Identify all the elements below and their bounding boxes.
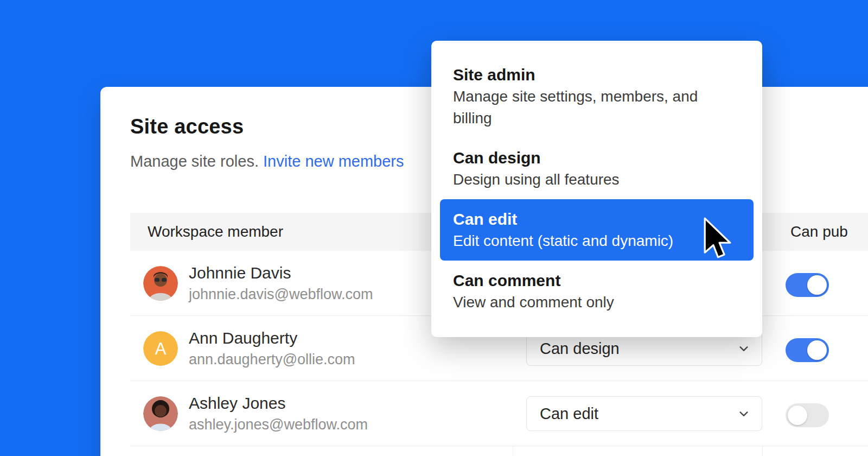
member-name: Ann Daugherty (189, 327, 355, 349)
role-dropdown[interactable]: Can edit (526, 396, 762, 431)
can-publish-toggle[interactable] (786, 273, 829, 297)
menu-item-description: View and comment only (453, 292, 741, 313)
menu-item-description: Edit content (static and dynamic) (453, 230, 741, 252)
avatar (143, 266, 178, 301)
column-header-workspace-member: Workspace member (148, 223, 283, 240)
member-name: Ashley Jones (189, 392, 368, 414)
avatar: A (143, 331, 178, 366)
site-access-page: { "theme": { "background_blue": "#146ef5… (0, 0, 868, 456)
member-email: johnnie.davis@webflow.com (189, 284, 373, 305)
role-dropdown-menu: Site admin Manage site settings, members… (431, 41, 762, 337)
toggle-knob (788, 406, 807, 425)
page-subtitle: Manage site roles. Invite new members (130, 153, 404, 170)
member-email: ashley.jones@webflow.com (189, 414, 368, 435)
subtitle-text: Manage site roles. (130, 153, 259, 170)
can-publish-toggle[interactable] (786, 338, 829, 362)
member-name: Johnnie Davis (189, 262, 373, 284)
menu-item-label: Can edit (453, 208, 741, 230)
menu-item-label: Can comment (453, 269, 741, 292)
menu-item-description: Design using all features (453, 169, 741, 191)
chevron-down-icon (738, 343, 750, 354)
menu-item-site-admin[interactable]: Site admin Manage site settings, members… (440, 55, 754, 138)
mouse-cursor-icon (703, 217, 731, 258)
can-publish-toggle[interactable] (786, 403, 829, 427)
menu-item-label: Can design (453, 147, 741, 169)
member-info: Ann Daugherty ann.daugherty@ollie.com (189, 327, 355, 370)
table-row: Ashley Jones ashley.jones@webflow.com Ca… (130, 381, 868, 446)
avatar (143, 396, 178, 431)
toggle-knob (807, 275, 827, 295)
column-header-can-publish: Can pub (790, 223, 848, 240)
member-info: Johnnie Davis johnnie.davis@webflow.com (189, 262, 373, 305)
page-title: Site access (130, 115, 244, 138)
role-dropdown-value: Can edit (540, 405, 598, 423)
member-email: ann.daugherty@ollie.com (189, 349, 355, 370)
menu-item-description: Manage site settings, members, and billi… (453, 86, 741, 129)
avatar-initial: A (155, 339, 167, 358)
menu-item-can-comment[interactable]: Can comment View and comment only (440, 261, 754, 322)
menu-item-can-design[interactable]: Can design Design using all features (440, 138, 754, 199)
invite-new-members-link[interactable]: Invite new members (263, 153, 404, 170)
toggle-knob (807, 340, 827, 360)
role-dropdown-value: Can design (540, 340, 620, 358)
member-info: Ashley Jones ashley.jones@webflow.com (189, 392, 368, 435)
chevron-down-icon (738, 408, 750, 420)
menu-item-label: Site admin (453, 64, 741, 86)
